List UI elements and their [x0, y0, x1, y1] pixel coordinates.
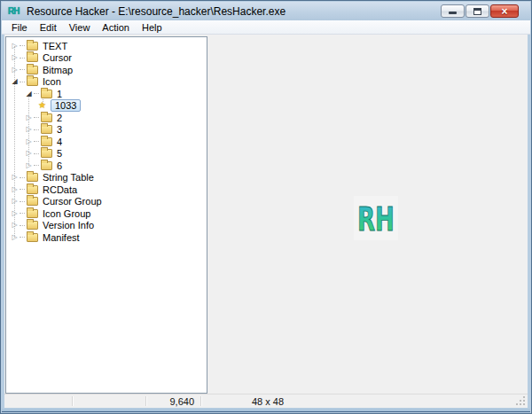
connector: [20, 177, 25, 178]
tree-item-label: RCData: [43, 184, 77, 195]
tree-item-label: 4: [57, 137, 62, 147]
tree-item-cursor-group[interactable]: ▷Cursor Group: [6, 196, 207, 208]
expand-icon[interactable]: ▷: [24, 149, 34, 158]
tree-item-cursor[interactable]: ▷Cursor: [6, 52, 207, 65]
tree-item-label: Icon Group: [43, 208, 90, 219]
folder-icon: [41, 149, 52, 158]
tree-item-text[interactable]: ▷TEXT: [6, 40, 207, 52]
tree-item-rcdata[interactable]: ▷RCData: [6, 184, 207, 196]
connector: [34, 153, 39, 154]
expand-icon[interactable]: ▷: [10, 185, 20, 194]
rh-letters: RH: [357, 199, 395, 238]
folder-icon: [41, 90, 52, 98]
tree-item-label: 2: [57, 113, 62, 123]
tree-item-icon[interactable]: ◢Icon: [6, 76, 207, 89]
tree-item-icon-6[interactable]: ▷6: [6, 160, 207, 172]
expand-icon[interactable]: ▷: [24, 137, 34, 146]
tree-item-label: 6: [57, 160, 62, 171]
folder-icon: [27, 77, 38, 86]
tree-item-icon-2[interactable]: ▷2: [6, 112, 207, 124]
folder-icon: [41, 161, 52, 170]
folder-icon: [27, 185, 38, 194]
folder-icon: [27, 42, 38, 51]
tree-item-icon-3[interactable]: ▷3: [6, 124, 207, 137]
close-icon: ×: [501, 6, 507, 17]
resource-hacker-window: RH Resource Hacker - E:\resource_hacker\…: [0, 0, 532, 414]
resize-grip[interactable]: [523, 403, 525, 405]
resource-preview-panel: RH: [212, 36, 527, 393]
expand-icon[interactable]: ▷: [10, 66, 20, 74]
resource-tree-panel: ▷TEXT ▷Cursor ▷Bitmap ◢Icon ◢1 ★1033: [5, 36, 207, 394]
connector: [34, 141, 39, 142]
close-button[interactable]: ×: [490, 4, 519, 18]
status-bar: 9,640 48 x 48: [4, 394, 528, 408]
connector: [20, 58, 25, 59]
resource-tree: ▷TEXT ▷Cursor ▷Bitmap ◢Icon ◢1 ★1033: [6, 37, 207, 244]
maximize-icon: [473, 8, 481, 15]
expand-icon[interactable]: ▷: [24, 125, 34, 134]
tree-item-string-table[interactable]: ▷String Table: [6, 172, 207, 184]
expand-icon[interactable]: ▷: [24, 161, 34, 170]
folder-icon: [27, 53, 38, 62]
tree-item-label: 5: [57, 148, 62, 159]
folder-icon: [41, 125, 52, 134]
connector: [20, 213, 25, 214]
tree-item-label: Icon: [43, 76, 61, 87]
tree-item-version-info[interactable]: ▷Version Info: [6, 220, 207, 232]
collapse-icon[interactable]: ◢: [24, 90, 34, 98]
minimize-button[interactable]: [441, 4, 465, 18]
resource-size: 9,640: [146, 396, 194, 407]
icon-dimensions: 48 x 48: [252, 396, 284, 407]
expand-icon[interactable]: ▷: [10, 42, 20, 51]
tree-item-manifest[interactable]: ▷Manifest: [6, 231, 207, 244]
expand-icon[interactable]: ▷: [10, 173, 20, 182]
tree-item-label: Version Info: [43, 220, 94, 230]
window-controls: ×: [441, 4, 519, 18]
menu-file[interactable]: File: [5, 21, 34, 34]
rh-icon-image: RH: [354, 196, 398, 240]
connector: [20, 45, 25, 46]
connector: [20, 69, 25, 70]
tree-item-label: 1: [57, 89, 62, 99]
connector: [20, 201, 25, 202]
star-icon: ★: [38, 101, 50, 110]
tree-item-icon-1[interactable]: ◢1: [6, 88, 207, 100]
expand-icon[interactable]: ▷: [10, 53, 20, 62]
window-title: Resource Hacker - E:\resource_hacker\Res…: [27, 5, 286, 18]
tree-item-bitmap[interactable]: ▷Bitmap: [6, 64, 207, 76]
folder-icon: [27, 233, 38, 242]
menu-help[interactable]: Help: [136, 21, 168, 34]
connector: [34, 129, 39, 130]
tree-item-label: Bitmap: [43, 65, 73, 75]
status-divider: [72, 396, 73, 406]
collapse-icon[interactable]: ◢: [10, 77, 20, 86]
expand-icon[interactable]: ▷: [10, 233, 20, 242]
menu-action[interactable]: Action: [96, 21, 136, 34]
tree-item-label: Cursor Group: [43, 196, 102, 207]
menu-view[interactable]: View: [63, 21, 97, 34]
status-divider: [200, 396, 201, 406]
tree-item-label: 3: [57, 124, 62, 135]
expand-icon[interactable]: ▷: [10, 221, 20, 230]
title-bar[interactable]: RH Resource Hacker - E:\resource_hacker\…: [2, 2, 530, 20]
folder-icon: [27, 221, 38, 230]
tree-item-icon-4[interactable]: ▷4: [6, 136, 207, 148]
folder-icon: [27, 197, 38, 206]
tree-item-icon-group[interactable]: ▷Icon Group: [6, 207, 207, 220]
connector: [34, 117, 39, 118]
expand-icon[interactable]: ▷: [24, 113, 34, 122]
folder-icon: [27, 66, 38, 74]
tree-item-label: Cursor: [43, 52, 72, 63]
connector: [20, 225, 25, 226]
connector: [20, 82, 25, 82]
expand-icon[interactable]: ▷: [10, 209, 20, 218]
maximize-button[interactable]: [466, 4, 489, 18]
menu-edit[interactable]: Edit: [34, 21, 63, 34]
window-border: [2, 408, 530, 412]
tree-item-icon-5[interactable]: ▷5: [6, 148, 207, 160]
expand-icon[interactable]: ▷: [10, 197, 20, 206]
folder-icon: [27, 173, 38, 182]
app-icon: RH: [8, 5, 22, 18]
connector: [20, 237, 25, 238]
tree-item-icon-1-1033[interactable]: ★1033: [6, 100, 207, 113]
